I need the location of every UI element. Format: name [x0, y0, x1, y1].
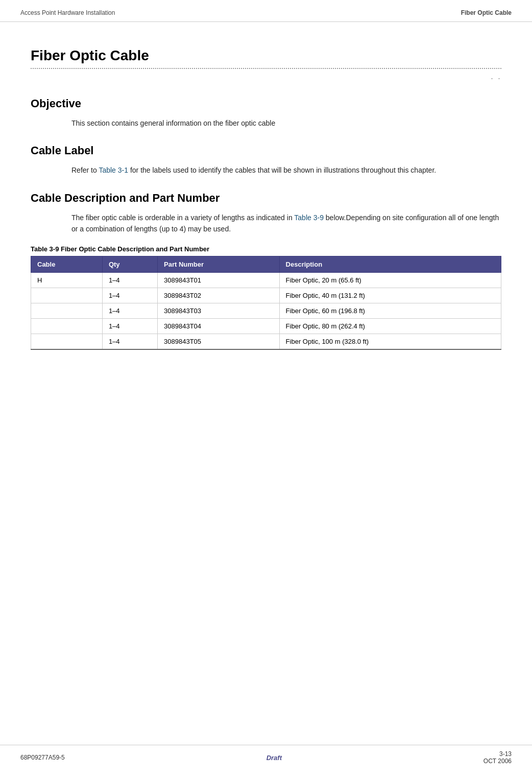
cable-label-heading: Cable Label: [31, 144, 501, 157]
footer-left: 68P09277A59-5: [20, 754, 65, 761]
cell-description: Fiber Optic, 40 m (131.2 ft): [279, 288, 501, 303]
cell-description: Fiber Optic, 60 m (196.8 ft): [279, 303, 501, 318]
dotted-separator-main: [31, 68, 501, 69]
col-part-number: Part Number: [158, 256, 280, 272]
table-row: 1–43089843T05Fiber Optic, 100 m (328.0 f…: [31, 334, 501, 349]
cable-description-heading: Cable Description and Part Number: [31, 192, 501, 205]
table-caption: Table 3-9 Fiber Optic Cable Description …: [31, 245, 501, 253]
cell-qty: 1–4: [102, 288, 157, 303]
table-row: 1–43089843T03Fiber Optic, 60 m (196.8 ft…: [31, 303, 501, 318]
page-header: Access Point Hardware Installation Fiber…: [0, 0, 532, 22]
cell-qty: 1–4: [102, 318, 157, 334]
table-caption-label: Table 3-9: [31, 245, 59, 253]
cell-qty: 1–4: [102, 303, 157, 318]
header-left: Access Point Hardware Installation: [20, 9, 115, 16]
cell-cable: H: [31, 272, 103, 288]
cell-description: Fiber Optic, 100 m (328.0 ft): [279, 334, 501, 349]
cell-cable: [31, 334, 103, 349]
cell-description: Fiber Optic, 20 m (65.6 ft): [279, 272, 501, 288]
table-row: 1–43089843T04Fiber Optic, 80 m (262.4 ft…: [31, 318, 501, 334]
cell-description: Fiber Optic, 80 m (262.4 ft): [279, 318, 501, 334]
page-title: Fiber Optic Cable: [31, 48, 501, 64]
cell-cable: [31, 288, 103, 303]
cable-label-body: Refer to Table 3-1 for the labels used t…: [71, 164, 501, 176]
footer-page-num: 3-13: [483, 750, 512, 758]
cell-qty: 1–4: [102, 334, 157, 349]
table-row: 1–43089843T02Fiber Optic, 40 m (131.2 ft…: [31, 288, 501, 303]
table-caption-text: Fiber Optic Cable Description and Part N…: [59, 245, 209, 253]
col-qty: Qty: [102, 256, 157, 272]
cell-qty: 1–4: [102, 272, 157, 288]
content-area: Fiber Optic Cable . . Objective This sec…: [0, 22, 532, 381]
page-footer: 68P09277A59-5 Draft 3-13 OCT 2006: [0, 745, 532, 770]
table-row: H1–43089843T01Fiber Optic, 20 m (65.6 ft…: [31, 272, 501, 288]
cable-description-body: The fiber optic cable is orderable in a …: [71, 212, 501, 235]
header-right: Fiber Optic Cable: [461, 9, 512, 16]
cell-part-number: 3089843T03: [158, 303, 280, 318]
table-body: H1–43089843T01Fiber Optic, 20 m (65.6 ft…: [31, 272, 501, 349]
page: Access Point Hardware Installation Fiber…: [0, 0, 532, 780]
footer-right-area: 3-13 OCT 2006: [483, 750, 512, 765]
col-description: Description: [279, 256, 501, 272]
table-3-9-link[interactable]: Table 3-9: [294, 214, 324, 222]
cell-cable: [31, 318, 103, 334]
cell-cable: [31, 303, 103, 318]
table-header: Cable Qty Part Number Description: [31, 256, 501, 272]
table-header-row: Cable Qty Part Number Description: [31, 256, 501, 272]
dotted-dots: . .: [491, 71, 501, 82]
cell-part-number: 3089843T02: [158, 288, 280, 303]
footer-date: OCT 2006: [483, 758, 512, 765]
objective-body: This section contains general informatio…: [71, 117, 501, 129]
footer-center: Draft: [267, 754, 282, 762]
col-cable: Cable: [31, 256, 103, 272]
cable-description-table: Cable Qty Part Number Description H1–430…: [31, 256, 501, 350]
objective-heading: Objective: [31, 97, 501, 110]
cell-part-number: 3089843T04: [158, 318, 280, 334]
separator-area: . .: [31, 68, 501, 82]
cell-part-number: 3089843T01: [158, 272, 280, 288]
cell-part-number: 3089843T05: [158, 334, 280, 349]
table-3-1-link[interactable]: Table 3-1: [99, 166, 128, 174]
